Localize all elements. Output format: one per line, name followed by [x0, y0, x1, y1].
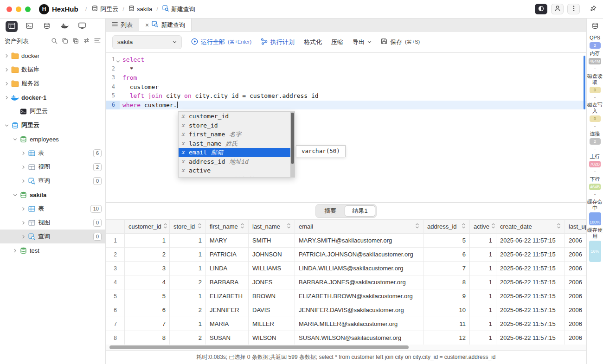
- table-cell[interactable]: 1: [470, 303, 496, 317]
- table-row[interactable]: 331LINDAWILLIAMSLINDA.WILLIAMS@sakilacus…: [106, 262, 587, 275]
- table-row[interactable]: 111MARYSMITHMARY.SMITH@sakilacustomer.or…: [106, 234, 587, 248]
- table-cell[interactable]: 2025-06-22 11:57:15: [496, 275, 565, 289]
- chevron-right-icon[interactable]: [19, 165, 27, 169]
- table-cell[interactable]: 5: [125, 289, 170, 303]
- table-cell[interactable]: 2025-06-22 11:57:15: [496, 234, 565, 248]
- code-line[interactable]: left join city on city.city_id = custome…: [120, 91, 586, 101]
- collapse-button[interactable]: [94, 38, 101, 45]
- table-cell[interactable]: 1: [470, 317, 496, 331]
- close-window-button[interactable]: [6, 6, 12, 12]
- table-cell[interactable]: 2006: [565, 275, 587, 289]
- sort-icon[interactable]: [491, 223, 495, 230]
- row-number[interactable]: 3: [106, 262, 125, 275]
- table-cell[interactable]: 1: [170, 317, 206, 331]
- sort-icon[interactable]: [240, 223, 244, 230]
- chevron-right-icon[interactable]: [11, 249, 19, 253]
- editor-scrollbar[interactable]: [584, 56, 585, 109]
- table-cell[interactable]: JENNIFER: [206, 303, 249, 317]
- table-cell[interactable]: 9: [423, 289, 470, 303]
- format-button[interactable]: 格式化: [304, 38, 322, 46]
- table-cell[interactable]: SMITH: [249, 234, 295, 248]
- table-cell[interactable]: 2006: [565, 262, 587, 275]
- tab-new-query[interactable]: × 新建查询: [139, 19, 192, 31]
- explain-button[interactable]: 执行计划: [261, 38, 295, 46]
- table-cell[interactable]: 2: [170, 331, 206, 345]
- code-line[interactable]: from: [120, 73, 586, 83]
- table-cell[interactable]: 2025-06-22 11:57:15: [496, 262, 565, 275]
- tree-item[interactable]: 查询0: [0, 230, 105, 243]
- table-cell[interactable]: JENNIFER.DAVIS@sakilacustomer.org: [295, 303, 423, 317]
- autocomplete-item[interactable]: xfirst_name名字: [179, 130, 295, 139]
- tree-item[interactable]: 视图0: [0, 216, 105, 230]
- table-cell[interactable]: BROWN: [249, 289, 295, 303]
- table-row[interactable]: 771MARIAMILLERMARIA.MILLER@sakilacustome…: [106, 317, 587, 331]
- column-header[interactable]: last_name: [249, 220, 295, 234]
- save-button[interactable]: 保存 (⌘+S): [381, 38, 420, 46]
- tree-item[interactable]: 查询0: [0, 174, 105, 188]
- run-all-button[interactable]: 运行全部 (⌘+Enter): [191, 38, 251, 46]
- chevron-right-icon[interactable]: [3, 68, 10, 72]
- table-cell[interactable]: 2: [170, 275, 206, 289]
- row-number[interactable]: 2: [106, 248, 125, 262]
- table-cell[interactable]: 2025-06-22 11:57:15: [496, 331, 565, 345]
- tab-summary[interactable]: 摘要: [317, 205, 344, 217]
- table-cell[interactable]: LINDA.WILLIAMS@sakilacustomer.org: [295, 262, 423, 275]
- autocomplete-item[interactable]: xcustomer_id: [179, 112, 295, 121]
- breadcrumb-query[interactable]: 新建查询: [162, 5, 195, 13]
- sort-icon[interactable]: [287, 223, 291, 230]
- table-cell[interactable]: 7: [423, 262, 470, 275]
- column-header[interactable]: email: [295, 220, 423, 234]
- table-cell[interactable]: ELIZABETH.BROWN@sakilacustomer.org: [295, 289, 423, 303]
- table-cell[interactable]: 1: [170, 289, 206, 303]
- table-cell[interactable]: 7: [125, 317, 170, 331]
- table-cell[interactable]: 5: [423, 234, 470, 248]
- popup-scrollbar-thumb[interactable]: [291, 113, 294, 164]
- table-cell[interactable]: MARIA: [206, 317, 249, 331]
- table-cell[interactable]: 1: [125, 234, 170, 248]
- table-cell[interactable]: ELIZABETH: [206, 289, 249, 303]
- chevron-right-icon[interactable]: [19, 221, 27, 225]
- table-cell[interactable]: 11: [423, 317, 470, 331]
- table-cell[interactable]: MILLER: [249, 317, 295, 331]
- tree-item[interactable]: test: [0, 243, 105, 257]
- table-cell[interactable]: 2006: [565, 303, 587, 317]
- sql-editor[interactable]: 123456 select *from customer left join c…: [106, 53, 586, 202]
- pin-button[interactable]: [590, 5, 597, 13]
- table-cell[interactable]: PATRICIA: [206, 248, 249, 262]
- table-cell[interactable]: 8: [125, 331, 170, 345]
- column-header[interactable]: store_id: [170, 220, 206, 234]
- chevron-right-icon[interactable]: [19, 207, 27, 211]
- row-number[interactable]: 7: [106, 317, 125, 331]
- more-button[interactable]: [567, 4, 580, 14]
- duplicate-button[interactable]: [72, 38, 79, 45]
- table-cell[interactable]: 1: [470, 262, 496, 275]
- table-cell[interactable]: 2006: [565, 234, 587, 248]
- chevron-down-icon[interactable]: [11, 193, 19, 197]
- sort-icon[interactable]: [163, 223, 167, 230]
- tree-item[interactable]: docker-1: [0, 90, 105, 104]
- table-cell[interactable]: 1: [470, 248, 496, 262]
- table-cell[interactable]: 2006: [565, 289, 587, 303]
- sort-icon[interactable]: [462, 223, 466, 230]
- table-row[interactable]: 882SUSANWILSONSUSAN.WILSON@sakilacustome…: [106, 331, 587, 345]
- table-cell[interactable]: 2025-06-22 11:57:15: [496, 289, 565, 303]
- row-number[interactable]: 6: [106, 303, 125, 317]
- sort-icon[interactable]: [198, 223, 202, 230]
- horizontal-scrollbar[interactable]: [106, 345, 586, 350]
- autocomplete-item[interactable]: xlast_name姓氏: [179, 139, 295, 148]
- minimize-window-button[interactable]: [16, 6, 21, 12]
- assets-panel-button[interactable]: [6, 21, 18, 32]
- autocomplete-item[interactable]: xaddress_id地址id: [179, 157, 295, 166]
- table-cell[interactable]: 1: [170, 262, 206, 275]
- breadcrumb-database[interactable]: sakila: [128, 5, 152, 13]
- chevron-right-icon[interactable]: [3, 96, 10, 100]
- compress-button[interactable]: 压缩: [331, 38, 343, 46]
- column-header[interactable]: create_date: [496, 220, 565, 234]
- table-cell[interactable]: 1: [470, 234, 496, 248]
- table-cell[interactable]: DAVIS: [249, 303, 295, 317]
- table-cell[interactable]: WILSON: [249, 331, 295, 345]
- table-cell[interactable]: 4: [125, 275, 170, 289]
- monitor-panel-button[interactable]: [76, 21, 88, 32]
- tree-item[interactable]: 数据库: [0, 63, 105, 77]
- table-cell[interactable]: 12: [423, 331, 470, 345]
